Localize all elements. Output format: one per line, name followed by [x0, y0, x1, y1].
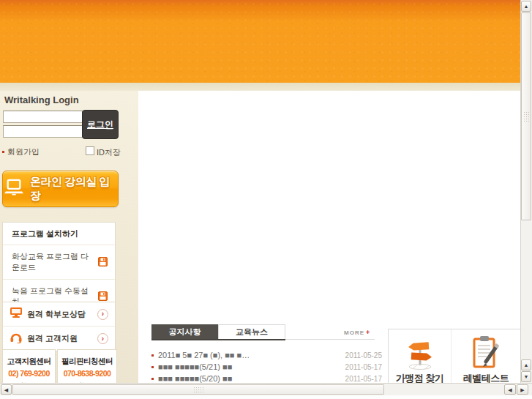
login-id-input[interactable] — [3, 111, 83, 123]
chevron-right-icon: › — [97, 309, 108, 320]
remote-customer-support-link[interactable]: 원격 고객지원 › — [3, 326, 115, 351]
bullet-icon — [2, 151, 4, 153]
horizontal-scrollbar-thumb[interactable] — [12, 384, 384, 395]
online-classroom-button[interactable]: 온라인 강의실 입장 — [2, 171, 119, 207]
more-link[interactable]: MORE + — [344, 329, 370, 336]
signpost-icon — [389, 334, 451, 370]
plus-icon: + — [366, 329, 370, 336]
vertical-scrollbar-thumb[interactable] — [521, 12, 531, 220]
scroll-up-button-bottom[interactable]: ▲ — [521, 359, 531, 370]
bottom-gap — [0, 395, 532, 399]
scroll-right-icon: ▶ — [520, 387, 524, 392]
scroll-left-button[interactable]: ◀ — [1, 384, 12, 395]
signup-label: 회원가입 — [7, 146, 40, 157]
philippine-center-phone: 070-8638-9200 — [58, 369, 116, 378]
video-program-download-link[interactable]: 화상교육 프로그램 다운로드 — [3, 245, 115, 279]
floppy-disk-icon — [98, 291, 108, 302]
scroll-left-icon: ◀ — [508, 387, 512, 392]
leveltest-clipboard-icon — [452, 334, 520, 370]
notice-list: 2011■ 5■ 27■ (■), ■■ ■… 2011-05-25 ■■■ ■… — [151, 349, 382, 384]
login-password-input[interactable] — [3, 125, 83, 138]
online-classroom-label: 온라인 강의실 입장 — [30, 175, 118, 203]
signup-link[interactable]: 회원가입 — [2, 146, 40, 157]
tab-underline-light — [285, 339, 375, 340]
bullet-icon — [151, 378, 154, 380]
floppy-disk-icon — [98, 257, 108, 268]
scroll-right-button[interactable]: ▶ — [517, 384, 528, 395]
program-install-title: 프로그램 설치하기 — [3, 223, 115, 245]
customer-center-phone: 02) 769-9200 — [3, 369, 55, 378]
remote-support-box: 원격 학부모상담 › 원격 고객지원 › — [2, 302, 116, 351]
program-install-box: 프로그램 설치하기 화상교육 프로그램 다운로드 녹음 프로그램 수동설치 — [2, 222, 116, 314]
bullet-icon — [151, 354, 154, 357]
laptop-icon — [3, 179, 25, 199]
notice-row[interactable]: 2011■ 5■ 27■ (■), ■■ ■… 2011-05-25 — [151, 349, 382, 361]
save-id-label: ID저장 — [97, 147, 121, 158]
tab-edu-news[interactable]: 교육뉴스 — [218, 324, 285, 340]
scroll-up-icon: ▲ — [524, 362, 529, 368]
scroll-left-button-right-end[interactable]: ◀ — [504, 384, 516, 395]
scroll-up-icon: ▲ — [524, 4, 529, 9]
remote-parent-consult-link[interactable]: 원격 학부모상담 › — [3, 302, 115, 326]
login-button[interactable]: 로그인 — [82, 110, 119, 139]
login-title: Writalking Login — [4, 94, 79, 105]
scroll-up-button[interactable]: ▲ — [521, 1, 531, 12]
philippine-center-title: 필리핀티칭센터 — [58, 357, 116, 367]
header-bottom-strip — [0, 83, 532, 91]
tab-notice[interactable]: 공지사항 — [151, 324, 218, 340]
save-id-checkbox[interactable] — [86, 146, 94, 155]
notice-row[interactable]: ■■■ ■■■■■(5/21) ■■ 2011-05-17 — [151, 361, 382, 373]
bullet-icon — [151, 366, 154, 368]
monitor-icon — [10, 307, 23, 321]
scroll-down-icon: ▼ — [524, 374, 529, 379]
headset-icon — [10, 331, 23, 346]
chevron-right-icon: › — [97, 333, 108, 344]
thumb-grip-icon — [193, 387, 203, 392]
scroll-down-button[interactable]: ▼ — [521, 371, 531, 382]
more-label: MORE — [344, 329, 364, 336]
thumb-grip-icon — [523, 111, 529, 122]
customer-center-title: 고객지원센터 — [3, 357, 55, 367]
tab-underline — [151, 339, 285, 340]
scroll-left-icon: ◀ — [4, 387, 8, 392]
header-banner — [0, 0, 532, 83]
